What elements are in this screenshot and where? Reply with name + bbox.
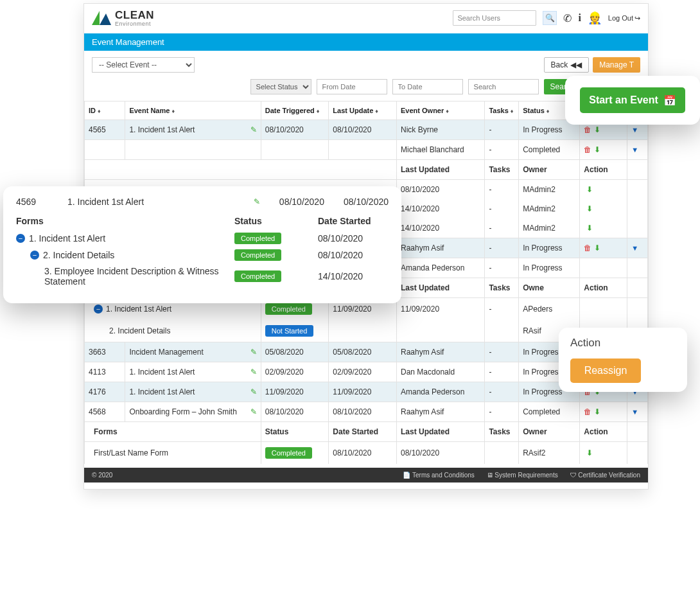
topbar-right: Search Users 🔍 ✆ i 👷 Log Out ↪ xyxy=(453,10,640,26)
collapse-node-icon[interactable]: − xyxy=(30,251,39,260)
delete-icon[interactable]: 🗑 xyxy=(584,243,591,252)
collapse-node-icon[interactable]: − xyxy=(94,305,103,314)
subh-lastup: Last Updated xyxy=(397,422,485,442)
download-icon[interactable]: ⬇ xyxy=(594,145,600,154)
phone-icon[interactable]: ✆ xyxy=(563,12,572,24)
cell-actions: 🗑⬇ xyxy=(580,402,627,422)
cell-owner: Michael Blanchard xyxy=(397,140,485,160)
back-button[interactable]: Back ◀◀ xyxy=(544,57,590,73)
col-id[interactable]: ID♦ xyxy=(85,102,125,120)
sort-icon: ♦ xyxy=(98,108,101,114)
sub-date xyxy=(329,320,397,342)
delete-icon[interactable]: 🗑 xyxy=(584,125,591,134)
expand-toggle-icon[interactable]: ▼ xyxy=(631,126,638,134)
delete-icon[interactable]: 🗑 xyxy=(584,407,591,416)
expand-toggle-icon[interactable]: ▼ xyxy=(631,244,638,252)
cell-date: 11/09/2020 xyxy=(261,382,329,402)
search-users-placeholder: Search Users xyxy=(457,14,500,22)
action-card-title: Action xyxy=(570,337,676,350)
edit-icon[interactable]: ✎ xyxy=(250,387,257,396)
start-event-button[interactable]: Start an Event 📅 xyxy=(580,87,685,113)
edit-icon[interactable]: ✎ xyxy=(250,348,257,357)
status-filter-dropdown[interactable]: Select Status xyxy=(250,79,311,94)
expand-toggle-icon[interactable]: ▼ xyxy=(631,146,638,154)
search-users-input[interactable]: Search Users xyxy=(453,10,536,26)
cell-tasks: - xyxy=(485,258,519,278)
cell-owner: Raahym Asif xyxy=(397,342,485,362)
cell-date: 08/10/2020 xyxy=(261,402,329,422)
info-icon[interactable]: i xyxy=(578,12,581,24)
cell-status: In Progress xyxy=(519,258,580,278)
download-icon[interactable]: ⬇ xyxy=(586,224,593,233)
top-bar: CLEAN Environment Search Users 🔍 ✆ i 👷 L… xyxy=(84,4,648,33)
logo-icon xyxy=(92,11,111,25)
sub-status: Not Started xyxy=(261,320,329,342)
expand-toggle-icon[interactable]: ▼ xyxy=(631,408,638,416)
delete-icon[interactable]: 🗑 xyxy=(584,145,591,154)
sub-form-label: 2. Incident Details xyxy=(85,320,261,342)
download-icon[interactable]: ⬇ xyxy=(594,243,600,252)
detail-form-label: 2. Incident Details xyxy=(43,250,114,260)
cell-owner: Amanda Pederson xyxy=(397,382,485,402)
filter-row: Select Status Search 🔍 Reset ✕ xyxy=(84,75,648,101)
manage-label: Manage T xyxy=(599,60,634,69)
to-date-input[interactable] xyxy=(392,79,463,94)
select-event-dropdown[interactable]: -- Select Event -- xyxy=(92,57,195,73)
download-icon[interactable]: ⬇ xyxy=(586,204,593,213)
sub-owner: MAdmin2 xyxy=(519,199,580,218)
col-update-label: Last Update xyxy=(333,107,373,114)
col-owner-label: Event Owner xyxy=(401,107,444,114)
detail-form-row: −1. Incident 1st Alert Completed 08/10/2… xyxy=(16,233,389,244)
col-name[interactable]: Event Name♦ xyxy=(125,102,261,120)
footer-certver-link[interactable]: 🛡 Certificate Verification xyxy=(570,472,641,479)
download-icon[interactable]: ⬇ xyxy=(594,407,600,416)
collapse-node-icon[interactable]: − xyxy=(16,234,25,243)
cell-actions: 🗑⬇ xyxy=(580,238,627,258)
col-owner[interactable]: Event Owner♦ xyxy=(397,102,485,120)
download-icon[interactable]: ⬇ xyxy=(586,448,593,457)
logout-label: Log Out xyxy=(608,14,633,22)
from-date-input[interactable] xyxy=(317,79,387,94)
download-icon[interactable]: ⬇ xyxy=(586,185,593,194)
cell-name: Onboarding Form – John Smith✎ xyxy=(125,402,261,422)
col-tasks[interactable]: Tasks♦ xyxy=(485,102,519,120)
cell-actions: 🗑⬇ xyxy=(580,140,627,160)
manage-button[interactable]: Manage T xyxy=(593,57,640,73)
user-icon[interactable]: 👷 xyxy=(588,11,602,25)
col-update[interactable]: Last Update♦ xyxy=(329,102,397,120)
footer-terms-link[interactable]: 📄 Terms and Conditions xyxy=(403,472,474,479)
detail-form-label: 1. Incident 1st Alert xyxy=(29,233,105,243)
cell-tasks: - xyxy=(485,238,519,258)
cell-owner: Dan Macdonald xyxy=(397,362,485,382)
logout-icon: ↪ xyxy=(634,14,640,22)
col-date[interactable]: Date Triggered♦ xyxy=(261,102,329,120)
brand-sub: Environment xyxy=(115,21,154,27)
edit-icon[interactable]: ✎ xyxy=(250,367,257,376)
detail-col-forms: Forms xyxy=(16,216,234,226)
table-row: 4568 Onboarding Form – John Smith✎ 08/10… xyxy=(85,402,648,422)
reassign-button[interactable]: Reassign xyxy=(570,359,641,383)
subh-owner: Owner xyxy=(519,422,580,442)
edit-icon[interactable]: ✎ xyxy=(254,197,260,206)
search-users-button[interactable]: 🔍 xyxy=(543,11,557,25)
logout-link[interactable]: Log Out ↪ xyxy=(608,14,640,22)
detail-form-date: 08/10/2020 xyxy=(318,250,389,260)
sub-lastup: 14/10/2020 xyxy=(397,218,485,238)
download-icon[interactable]: ⬇ xyxy=(594,125,600,134)
sort-icon: ♦ xyxy=(446,108,449,114)
cell-owner: Nick Byrne xyxy=(397,120,485,140)
detail-col-date: Date Started xyxy=(318,216,389,226)
detail-form-date: 14/10/2020 xyxy=(318,271,389,281)
footer-sysreq-link[interactable]: 🖥 System Requirements xyxy=(487,472,558,479)
search-input[interactable] xyxy=(468,79,539,94)
sub-lastup: 08/10/2020 xyxy=(397,442,485,465)
col-name-label: Event Name xyxy=(129,107,170,114)
sub-lastup: 11/09/2020 xyxy=(397,298,485,321)
edit-icon[interactable]: ✎ xyxy=(250,125,257,134)
cell-update: 08/10/2020 xyxy=(329,402,397,422)
cell-update: 02/09/2020 xyxy=(329,362,397,382)
edit-icon[interactable]: ✎ xyxy=(250,407,257,416)
cell-update: 05/08/2020 xyxy=(329,342,397,362)
cell-toggle: ▼ xyxy=(627,402,648,422)
subh-action: Action xyxy=(580,422,627,442)
